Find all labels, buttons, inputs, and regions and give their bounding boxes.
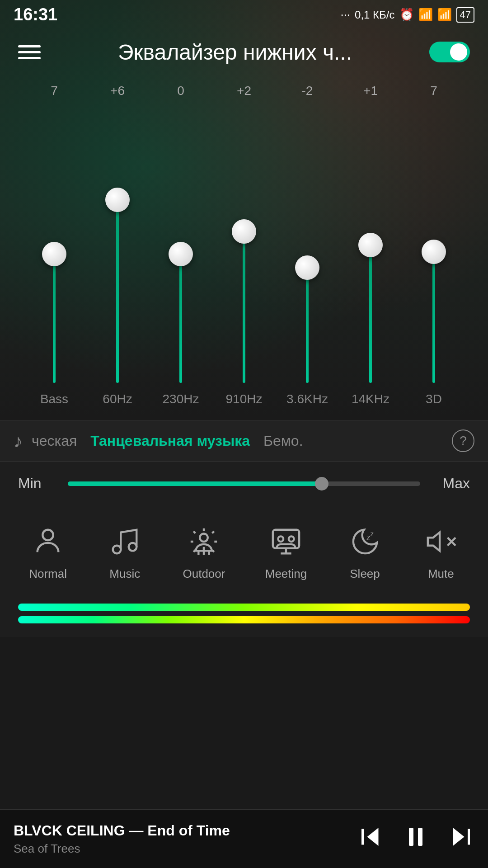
volume-min-label: Min (18, 475, 54, 492)
volume-row: Min Max (0, 462, 488, 505)
player-controls (357, 823, 474, 854)
freq-label-3d: 3D (404, 392, 463, 406)
sleep-icon: z z (347, 524, 383, 560)
battery-indicator: 47 (456, 7, 474, 23)
slider-line-3d (432, 254, 435, 383)
now-playing-bar: BLVCK CEILING — End of Time Sea of Trees (0, 809, 488, 868)
slider-thumb-14khz[interactable] (358, 233, 383, 257)
slider-thumb-bass[interactable] (42, 242, 66, 266)
track-song: End of Time (147, 822, 230, 839)
freq-value-3d: 7 (404, 84, 463, 98)
svg-point-9 (289, 536, 294, 542)
track-info: BLVCK CEILING — End of Time Sea of Trees (14, 822, 357, 856)
track-artist: Sea of Trees (14, 842, 357, 856)
svg-marker-19 (453, 828, 465, 846)
freq-value-230hz: 0 (151, 84, 210, 98)
slider-line-230hz (179, 256, 182, 383)
freq-value-3_6khz: -2 (278, 84, 337, 98)
eq-slider-3_6khz[interactable] (280, 103, 334, 383)
signal-icon: 📶 (418, 8, 433, 22)
equalizer-toggle[interactable] (429, 42, 470, 62)
slider-thumb-3_6khz[interactable] (295, 255, 319, 280)
volume-max-label: Max (434, 475, 470, 492)
svg-marker-12 (428, 533, 440, 551)
eq-slider-14khz[interactable] (343, 103, 398, 383)
music-label: Music (109, 567, 140, 581)
freq-value-bass: 7 (25, 84, 84, 98)
music-note-icon: ♪ (14, 431, 23, 451)
pause-button[interactable] (402, 823, 429, 854)
svg-rect-18 (418, 828, 422, 846)
sound-mode-music[interactable]: Music (107, 524, 143, 581)
level-bar-1 (18, 604, 470, 611)
hamburger-line-2 (18, 51, 41, 53)
level-bar-2 (18, 616, 470, 623)
freq-value-60hz: +6 (88, 84, 147, 98)
freq-label-3_6khz: 3.6KHz (278, 392, 337, 406)
preset-item-dance[interactable]: Танцевальная музыка (90, 433, 250, 449)
freq-value-14khz: +1 (341, 84, 400, 98)
eq-slider-bass[interactable] (27, 103, 81, 383)
menu-button[interactable] (18, 45, 41, 59)
status-bar: 16:31 ··· 0,1 КБ/с ⏰ 📶 📶 47 (0, 0, 488, 29)
eq-slider-230hz[interactable] (154, 103, 208, 383)
preset-item-bemo[interactable]: Бемо. (263, 433, 303, 449)
freq-label-60hz: 60Hz (88, 392, 147, 406)
header: Эквалайзер нижних ч... (0, 29, 488, 75)
svg-point-0 (42, 530, 53, 540)
volume-fill (68, 481, 322, 486)
sleep-label: Sleep (350, 567, 380, 581)
freq-label-230hz: 230Hz (151, 392, 210, 406)
volume-thumb[interactable] (315, 477, 328, 491)
freq-values-row: 7 +6 0 +2 -2 +1 7 (9, 79, 479, 103)
mute-icon (423, 524, 459, 560)
track-name: BLVCK CEILING (14, 822, 125, 839)
mute-label: Mute (428, 567, 454, 581)
hamburger-line-3 (18, 57, 41, 59)
page-title: Эквалайзер нижних ч... (50, 40, 420, 65)
status-time: 16:31 (14, 5, 57, 24)
person-icon (30, 524, 66, 560)
slider-thumb-230hz[interactable] (169, 242, 193, 266)
prev-button[interactable] (357, 823, 384, 854)
slider-line-910hz (243, 234, 245, 383)
sound-mode-outdoor[interactable]: Outdoor (183, 524, 225, 581)
slider-thumb-60hz[interactable] (105, 188, 130, 212)
svg-point-2 (129, 543, 137, 551)
music-icon (107, 524, 143, 560)
status-icons: ··· 0,1 КБ/с ⏰ 📶 📶 47 (340, 7, 474, 23)
svg-point-8 (278, 536, 283, 542)
svg-marker-15 (367, 828, 379, 846)
slider-line-bass (53, 256, 56, 383)
sound-mode-normal[interactable]: Normal (29, 524, 67, 581)
freq-label-14khz: 14KHz (341, 392, 400, 406)
hamburger-line-1 (18, 45, 41, 47)
outdoor-icon (186, 524, 222, 560)
eq-slider-910hz[interactable] (217, 103, 271, 383)
slider-thumb-910hz[interactable] (232, 219, 256, 244)
svg-point-3 (200, 534, 208, 542)
network-dots-icon: ··· (340, 8, 350, 22)
meeting-icon (268, 524, 304, 560)
freq-labels-row: Bass 60Hz 230Hz 910Hz 3.6KHz 14KHz 3D (9, 383, 479, 420)
sound-mode-meeting[interactable]: Meeting (265, 524, 307, 581)
svg-text:z: z (366, 533, 370, 542)
alarm-icon: ⏰ (399, 8, 414, 22)
sound-mode-sleep[interactable]: z z Sleep (347, 524, 383, 581)
next-button[interactable] (447, 823, 474, 854)
help-button[interactable]: ? (452, 429, 474, 452)
wifi-icon: 📶 (437, 8, 452, 22)
freq-value-910hz: +2 (215, 84, 273, 98)
slider-thumb-3d[interactable] (422, 240, 446, 264)
sound-mode-mute[interactable]: Mute (423, 524, 459, 581)
volume-slider[interactable] (68, 481, 420, 486)
equalizer-section: 7 +6 0 +2 -2 +1 7 (0, 79, 488, 420)
eq-slider-3d[interactable] (407, 103, 461, 383)
track-separator: — (129, 822, 147, 839)
preset-item-klassicheskaya[interactable]: ческая (32, 433, 77, 449)
meeting-label: Meeting (265, 567, 307, 581)
svg-rect-17 (409, 828, 413, 846)
sound-modes-row: Normal Music Outdoor (0, 505, 488, 599)
eq-slider-60hz[interactable] (90, 103, 145, 383)
eq-sliders-area (9, 103, 479, 383)
